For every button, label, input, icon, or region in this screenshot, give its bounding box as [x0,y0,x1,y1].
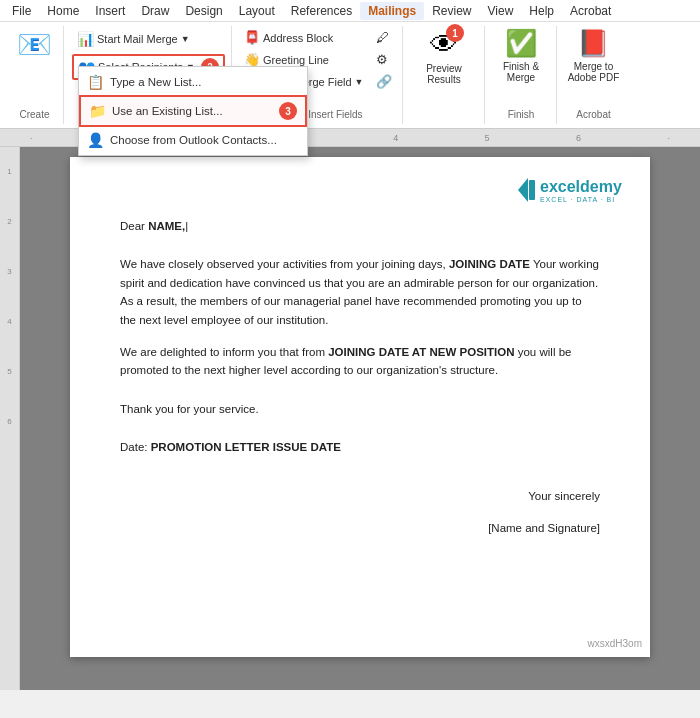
svg-text:exceldemy: exceldemy [540,178,622,195]
badge-1: 1 [446,24,464,42]
badge-3: 3 [279,102,297,120]
pdf-icon: 📕 [577,28,609,59]
date-line: Date: PROMOTION LETTER ISSUE DATE [120,438,600,456]
menu-insert[interactable]: Insert [87,2,133,20]
start-mail-merge-button[interactable]: 📊 Start Mail Merge ▼ [72,28,225,50]
logo-area: exceldemy EXCEL · DATA · BI [510,172,630,208]
choose-outlook-item[interactable]: 👤 Choose from Outlook Contacts... [79,127,307,153]
preview-results-label: PreviewResults [426,63,462,85]
body-paragraph-2: We are delighted to inform you that from… [120,343,600,380]
finish-icon: ✅ [505,28,537,59]
use-existing-list-label: Use an Existing List... [112,105,223,117]
left-ruler: 1 2 3 4 5 6 [0,147,20,690]
menu-mailings[interactable]: Mailings [360,2,424,20]
rules-button[interactable]: ⚙ [372,50,396,69]
date-value: PROMOTION LETTER ISSUE DATE [151,441,341,453]
acrobat-group-label: Acrobat [559,109,629,120]
group-create: 📧 Create [6,26,64,124]
type-list-icon: 📋 [87,74,104,90]
choose-outlook-label: Choose from Outlook Contacts... [110,134,277,146]
joining-date-field-2: JOINING DATE AT NEW POSITION [328,346,514,358]
finish-label: Finish &Merge [503,61,539,83]
body-paragraph-1: We have closely observed your activities… [120,255,600,329]
create-button[interactable]: 📧 [12,28,57,62]
rules-icon: ⚙ [376,52,388,67]
match-icon: 🔗 [376,74,392,89]
match-fields-button[interactable]: 🔗 [372,72,396,91]
start-mail-merge-label: Start Mail Merge [97,33,178,45]
greeting-line-label: Greeting Line [263,54,329,66]
create-icon: 📧 [17,31,52,59]
group-finish: ✅ Finish &Merge Finish [487,26,557,124]
menu-review[interactable]: Review [424,2,479,20]
menu-view[interactable]: View [480,2,522,20]
use-existing-list-item[interactable]: 📁 Use an Existing List... 3 [79,95,307,127]
address-block-label: Address Block [263,32,333,44]
group-acrobat: 📕 Merge toAdobe PDF Acrobat [559,26,629,124]
document-scroll[interactable]: exceldemy EXCEL · DATA · BI Dear NAME,| … [20,147,700,690]
closing-text: Your sincerely [120,487,600,505]
document-area: 1 2 3 4 5 6 exceldemy EXCEL · DATA · BI … [0,147,700,690]
menu-bar: File Home Insert Draw Design Layout Refe… [0,0,700,22]
merge-pdf-button[interactable]: 📕 [577,28,609,59]
address-block-button[interactable]: 📮 Address Block [240,28,368,47]
menu-acrobat[interactable]: Acrobat [562,2,619,20]
menu-draw[interactable]: Draw [133,2,177,20]
highlight-icon: 🖊 [376,30,389,45]
exceldemy-logo: exceldemy EXCEL · DATA · BI [510,172,630,208]
menu-help[interactable]: Help [521,2,562,20]
type-new-list-label: Type a New List... [110,76,201,88]
signature-text: [Name and Signature] [120,519,600,537]
address-block-icon: 📮 [244,30,260,45]
create-group-label: Create [6,109,63,120]
document-page: exceldemy EXCEL · DATA · BI Dear NAME,| … [70,157,650,657]
date-label: Date: [120,441,148,453]
finish-group-label: Finish [487,109,556,120]
group-preview: 👁 1 PreviewResults [405,26,485,124]
svg-rect-1 [529,180,535,200]
menu-home[interactable]: Home [39,2,87,20]
menu-design[interactable]: Design [177,2,230,20]
dropdown-menu: 📋 Type a New List... 📁 Use an Existing L… [78,66,308,156]
greeting-line-icon: 👋 [244,52,260,67]
mail-merge-icon: 📊 [77,31,94,47]
preview-results-button[interactable]: 👁 1 [430,28,458,61]
svg-marker-0 [518,178,528,202]
finish-merge-button[interactable]: ✅ [505,28,537,59]
thanks-text: Thank you for your service. [120,400,600,418]
acrobat-label: Merge toAdobe PDF [568,61,620,83]
menu-references[interactable]: References [283,2,360,20]
greeting-text: Dear NAME,| [120,217,600,235]
joining-date-field-1: JOINING DATE [449,258,530,270]
watermark: wxsxdH3om [588,638,642,649]
svg-text:EXCEL · DATA · BI: EXCEL · DATA · BI [540,196,615,203]
outlook-icon: 👤 [87,132,104,148]
highlight-fields-button[interactable]: 🖊 [372,28,396,47]
existing-list-icon: 📁 [89,103,106,119]
type-new-list-item[interactable]: 📋 Type a New List... [79,69,307,95]
menu-layout[interactable]: Layout [231,2,283,20]
name-field: NAME, [148,220,185,232]
menu-file[interactable]: File [4,2,39,20]
